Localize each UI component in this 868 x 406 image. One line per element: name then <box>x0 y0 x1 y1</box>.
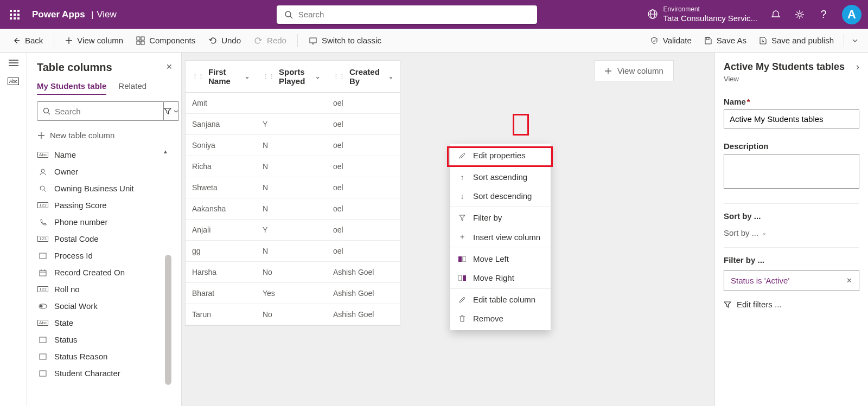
column-type-icon <box>38 370 48 377</box>
column-item[interactable]: Process Id <box>37 247 171 264</box>
table-row[interactable]: RichaNoel <box>186 156 400 177</box>
tab-related[interactable]: Related <box>118 81 146 95</box>
environment-picker[interactable]: Environment Tata Consultancy Servic... <box>647 5 757 23</box>
validate-button[interactable]: Validate <box>646 33 696 48</box>
menu-icon[interactable] <box>9 59 18 67</box>
edit-filters-button[interactable]: Edit filters ... <box>724 298 859 311</box>
svg-rect-21 <box>40 253 46 259</box>
table-row[interactable]: HarshaNoAshish Goel <box>186 262 400 283</box>
svg-line-17 <box>48 113 50 114</box>
table-row[interactable]: ShwetaNoel <box>186 177 400 198</box>
column-item[interactable]: 123Postal Code <box>37 230 171 247</box>
column-type-icon <box>38 168 48 176</box>
column-item[interactable]: Record Created On <box>37 264 171 281</box>
back-button[interactable]: Back <box>8 33 47 48</box>
cell-sports-played: N <box>256 198 327 219</box>
new-table-column-button[interactable]: New table column <box>37 126 171 144</box>
ctx-insert-column[interactable]: ＋Insert view column <box>450 227 551 247</box>
cell-first-name: gg <box>186 241 256 261</box>
panel-title: Table columns <box>37 61 171 74</box>
components-button[interactable]: Components <box>132 33 200 48</box>
cell-sports-played: No <box>256 304 327 325</box>
scrollbar[interactable] <box>165 255 171 385</box>
tab-primary[interactable]: My Students table <box>37 81 106 95</box>
column-search[interactable] <box>37 101 164 121</box>
abc-icon[interactable]: Abc <box>8 78 20 85</box>
column-label: Social Work <box>54 301 98 311</box>
column-item[interactable]: Status <box>37 331 171 348</box>
table-row[interactable]: TarunNoAshish Goel <box>186 304 400 325</box>
column-item[interactable]: Phone number <box>37 214 171 230</box>
column-header-sports-played[interactable]: ⋮⋮Sports Played ⌄ <box>256 61 327 92</box>
column-item[interactable]: Owner <box>37 163 171 180</box>
column-item[interactable]: Student Character <box>37 365 171 382</box>
search-input[interactable] <box>298 10 529 19</box>
global-search[interactable] <box>277 5 537 24</box>
column-list[interactable]: AbcName▲OwnerOwning Business Unit123Pass… <box>37 146 171 397</box>
save-publish-label: Save and publish <box>771 36 834 45</box>
filter-chip-status-active[interactable]: Status is 'Active' ✕ <box>724 270 859 291</box>
column-item[interactable]: 123Roll no <box>37 281 171 298</box>
table-row[interactable]: AakanshaNoel <box>186 198 400 220</box>
ctx-move-left[interactable]: Move Left <box>450 249 551 268</box>
column-label: Roll no <box>54 285 80 294</box>
svg-rect-9 <box>141 41 144 44</box>
ctx-sort-desc[interactable]: ↓Sort descending <box>450 186 551 205</box>
undo-button[interactable]: Undo <box>204 33 245 48</box>
table-row[interactable]: ggNoel <box>186 241 400 262</box>
table-row[interactable]: AnjaliYoel <box>186 220 400 241</box>
cell-created-by: oel <box>327 198 400 219</box>
app-name[interactable]: Power Apps <box>29 9 88 20</box>
add-view-column-button[interactable]: View column <box>594 60 674 81</box>
column-item[interactable]: AbcState <box>37 314 171 331</box>
save-as-button[interactable]: Save As <box>699 33 751 48</box>
close-panel-button[interactable]: ✕ <box>166 62 173 71</box>
svg-point-18 <box>41 169 44 172</box>
help-icon[interactable]: ? <box>818 9 829 20</box>
column-item[interactable]: Owning Business Unit <box>37 180 171 197</box>
description-input[interactable] <box>724 154 859 189</box>
switch-classic-button[interactable]: Switch to classic <box>304 33 386 48</box>
back-label: Back <box>25 36 43 45</box>
cell-created-by: oel <box>327 177 400 198</box>
column-type-icon: 123 <box>38 202 48 208</box>
view-column-button[interactable]: View column <box>61 33 127 48</box>
table-row[interactable]: BharatYesAshish Goel <box>186 283 400 304</box>
switch-classic-label: Switch to classic <box>322 36 381 45</box>
column-item[interactable]: Social Work <box>37 298 171 314</box>
column-item[interactable]: Status Reason <box>37 348 171 365</box>
remove-filter-icon[interactable]: ✕ <box>846 276 852 285</box>
cell-sports-played <box>256 93 327 113</box>
ctx-edit-table-column[interactable]: Edit table column <box>450 290 551 309</box>
column-type-icon <box>38 353 48 360</box>
expand-panel-icon[interactable]: › <box>856 61 859 73</box>
cell-sports-played: N <box>256 135 327 156</box>
column-header-created-by[interactable]: ⋮⋮Created By ⌄ <box>327 61 400 92</box>
column-item[interactable]: 123Passing Score <box>37 197 171 214</box>
table-row[interactable]: SoniyaNoel <box>186 135 400 156</box>
ctx-move-right[interactable]: Move Right <box>450 268 551 287</box>
ctx-filter-by[interactable]: Filter by <box>450 208 551 227</box>
ctx-edit-properties[interactable]: Edit properties <box>450 146 551 165</box>
column-label: Phone number <box>54 217 107 227</box>
settings-icon[interactable] <box>794 9 805 20</box>
notifications-icon[interactable] <box>770 9 781 20</box>
column-type-icon <box>38 269 48 276</box>
name-input[interactable] <box>724 109 859 128</box>
table-row[interactable]: SanjanaYoel <box>186 114 400 135</box>
view-column-label: View column <box>77 36 123 45</box>
column-header-first-name[interactable]: ⋮⋮First Name ⌄ <box>186 61 256 92</box>
column-context-menu: Edit properties ↑Sort ascending ↓Sort de… <box>450 144 551 330</box>
save-publish-button[interactable]: Save and publish <box>754 33 838 48</box>
ctx-remove[interactable]: Remove <box>450 309 551 328</box>
user-avatar[interactable]: A <box>842 5 861 24</box>
more-actions-button[interactable] <box>850 34 860 47</box>
column-filter-button[interactable] <box>164 101 179 121</box>
column-search-input[interactable] <box>55 107 158 116</box>
sort-by-dropdown[interactable]: Sort by ... ⌄ <box>724 226 859 247</box>
column-item[interactable]: AbcName▲ <box>37 146 171 163</box>
app-launcher[interactable] <box>0 10 29 20</box>
cell-first-name: Tarun <box>186 304 256 325</box>
table-row[interactable]: Amitoel <box>186 93 400 114</box>
ctx-sort-asc[interactable]: ↑Sort ascending <box>450 167 551 186</box>
